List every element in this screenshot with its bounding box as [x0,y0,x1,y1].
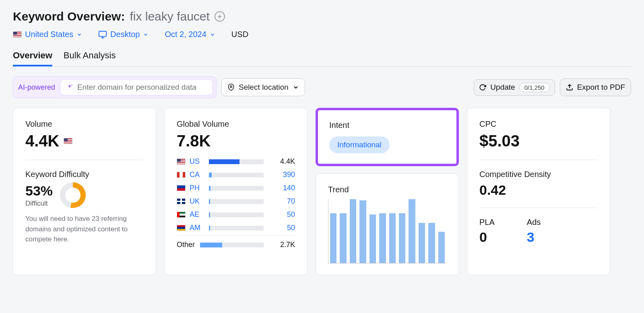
toolbar: AI-powered Select location Update 0/1,25… [0,67,644,108]
intent-value[interactable]: Informational [329,136,390,153]
trend-bar [350,199,356,263]
country-row[interactable]: UK70 [177,197,295,206]
page-title-row: Keyword Overview: fix leaky faucet + [13,10,631,23]
global-volume-value: 7.8K [177,132,295,150]
trend-bar [428,223,435,263]
other-row: Other 2.7K [177,235,295,249]
trend-bar [340,213,346,263]
global-volume-label: Global Volume [177,119,295,129]
other-label: Other [177,241,196,249]
tab-bulk-analysis[interactable]: Bulk Analysis [64,50,116,66]
cd-value: 0.42 [479,182,598,198]
country-code: AM [190,224,205,232]
kd-level: Difficult [25,200,53,208]
domain-input-wrap[interactable] [60,79,213,95]
kd-label: Keyword Difficulty [25,170,144,179]
ai-powered-label: AI-powered [17,83,57,92]
other-value: 2.7K [268,241,295,249]
trend-chart [328,199,446,264]
country-bar [209,212,264,217]
country-bar [209,199,264,204]
country-bar [209,173,264,177]
country-value: 50 [268,210,295,219]
country-label: United States [25,30,73,39]
trend-bar [330,213,336,263]
country-value: 390 [268,171,295,179]
global-volume-card: Global Volume 7.8K US4.4KCA390PH140UK70A… [164,108,308,275]
country-row[interactable]: US4.4K [177,157,295,166]
country-bar [209,159,264,164]
chevron-down-icon [143,32,149,37]
other-bar [200,243,264,247]
title-keyword: fix leaky faucet [130,10,209,23]
intent-card: Intent Informational [316,108,459,166]
country-bar [209,226,264,231]
kd-percent: 53% [25,183,53,199]
volume-value: 4.4K [25,132,60,150]
desktop-icon [98,30,107,39]
chevron-down-icon [210,32,215,37]
flag-icon [177,198,186,204]
ads-label: Ads [527,218,541,227]
update-label: Update [490,83,515,92]
tab-overview[interactable]: Overview [13,50,52,66]
location-label: Select location [239,83,289,92]
tabs: Overview Bulk Analysis [13,50,631,67]
country-row[interactable]: AM50 [177,224,295,232]
country-row[interactable]: CA390 [177,171,295,179]
flag-icon [177,159,186,165]
country-list: US4.4KCA390PH140UK70AE50AM50 [177,157,295,232]
date-filter[interactable]: Oct 2, 2024 [165,30,215,39]
divider [479,208,598,208]
trend-bar [359,200,366,263]
kd-description: You will need to have 23 referring domai… [25,214,144,245]
divider [479,160,598,160]
kd-donut-chart [60,182,86,208]
country-bar [209,186,264,191]
country-value: 140 [268,184,295,192]
chevron-down-icon [76,32,82,37]
location-select[interactable]: Select location [221,78,305,96]
flag-icon [177,212,186,218]
us-flag-icon [13,31,22,37]
cpc-label: CPC [479,119,598,129]
country-value: 4.4K [268,157,295,166]
country-row[interactable]: AE50 [177,210,295,219]
chevron-down-icon [293,84,299,91]
device-filter[interactable]: Desktop [98,30,149,39]
export-pdf-button[interactable]: Export to PDF [560,78,631,96]
country-code: PH [190,184,205,192]
intent-label: Intent [329,121,445,130]
country-filter[interactable]: United States [13,30,82,39]
flag-icon [177,185,186,191]
trend-bar [369,214,376,263]
trend-bar [379,213,386,263]
filter-row: United States Desktop Oct 2, 2024 USD [13,30,631,39]
country-row[interactable]: PH140 [177,184,295,192]
domain-input[interactable] [77,83,207,92]
volume-card: Volume 4.4K Keyword Difficulty 53% Diffi… [13,108,156,275]
ads-value[interactable]: 3 [527,229,541,245]
svg-rect-0 [99,31,106,36]
volume-label: Volume [25,119,144,129]
country-value: 70 [268,197,295,206]
pla-label: PLA [479,218,495,227]
cd-label: Competitive Density [479,170,598,179]
svg-point-5 [230,86,232,88]
trend-bar [419,223,425,263]
flag-icon [177,225,186,231]
sparkle-icon [66,84,73,91]
pla-value: 0 [479,229,495,245]
refresh-icon [479,84,486,91]
us-flag-icon [64,138,72,144]
cpc-card: CPC $5.03 Competitive Density 0.42 PLA 0… [467,108,610,275]
trend-bar [438,232,445,263]
trend-card: Trend [316,173,459,275]
add-keyword-icon[interactable]: + [215,11,225,22]
export-label: Export to PDF [577,83,625,92]
update-button[interactable]: Update 0/1,250 [474,79,555,96]
country-code: US [190,157,205,166]
cards-row: Volume 4.4K Keyword Difficulty 53% Diffi… [0,108,644,288]
trend-label: Trend [328,185,446,194]
svg-point-3 [71,85,72,86]
